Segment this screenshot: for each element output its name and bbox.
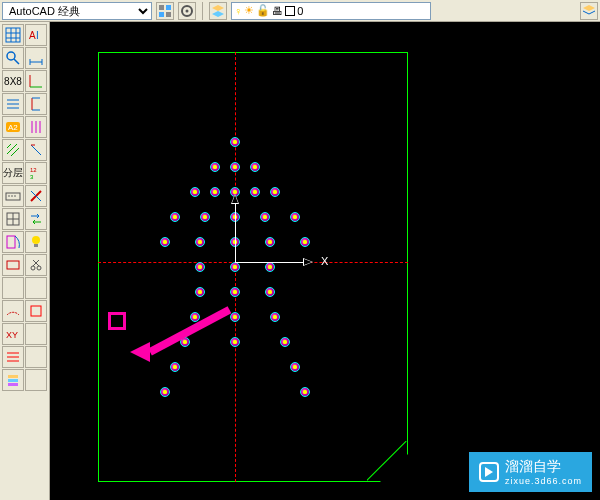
align-icon[interactable]: [25, 93, 47, 115]
swap-icon[interactable]: [25, 208, 47, 230]
dim-linear-icon[interactable]: [25, 47, 47, 69]
blank2-icon[interactable]: [25, 277, 47, 299]
annotation-target: [108, 312, 126, 330]
play-icon: [479, 462, 499, 482]
arc-icon[interactable]: [2, 300, 24, 322]
drawing-point[interactable]: [265, 287, 275, 297]
zoom-icon[interactable]: [2, 47, 24, 69]
drawing-point[interactable]: [280, 337, 290, 347]
svg-text:A: A: [29, 30, 36, 41]
svg-rect-3: [166, 12, 171, 17]
svg-line-32: [7, 144, 17, 154]
drawing-point[interactable]: [290, 212, 300, 222]
columns-icon[interactable]: [25, 116, 47, 138]
drawing-point[interactable]: [210, 187, 220, 197]
drawing-point[interactable]: [230, 312, 240, 322]
drawing-point[interactable]: [250, 187, 260, 197]
color-swatch: [285, 6, 295, 16]
svg-rect-55: [31, 306, 41, 316]
list-icon[interactable]: [2, 93, 24, 115]
drawing-point[interactable]: [230, 287, 240, 297]
workspace-selector[interactable]: AutoCAD 经典: [2, 2, 152, 20]
empty-icon[interactable]: [25, 323, 47, 345]
drawing-point[interactable]: [250, 162, 260, 172]
drawing-point[interactable]: [270, 187, 280, 197]
drawing-viewport[interactable]: X 溜溜自学 zixue.3d66.com: [50, 22, 600, 500]
svg-rect-62: [8, 383, 18, 386]
empty2-icon[interactable]: [25, 346, 47, 368]
drawing-point[interactable]: [270, 312, 280, 322]
drawing-point[interactable]: [160, 237, 170, 247]
drawing-point[interactable]: [230, 262, 240, 272]
drawing-point[interactable]: [230, 162, 240, 172]
grid-8x8-icon[interactable]: 8X8: [2, 70, 24, 92]
drawing-point[interactable]: [300, 387, 310, 397]
door-icon[interactable]: [2, 231, 24, 253]
drawing-point[interactable]: [200, 212, 210, 222]
hatch-icon[interactable]: [2, 139, 24, 161]
svg-point-51: [31, 266, 35, 270]
table-icon[interactable]: [2, 24, 24, 46]
watermark-sub: zixue.3d66.com: [505, 476, 582, 486]
drawing-point[interactable]: [300, 237, 310, 247]
drawing-point[interactable]: [160, 387, 170, 397]
drawing-point[interactable]: [230, 337, 240, 347]
layers-分层-icon[interactable]: 分层: [2, 162, 24, 184]
layer-manager-button[interactable]: [209, 2, 227, 20]
drawing-point[interactable]: [290, 362, 300, 372]
drawing-point[interactable]: [170, 362, 180, 372]
drawing-point[interactable]: [195, 262, 205, 272]
drawing-point[interactable]: [265, 237, 275, 247]
numbers-icon[interactable]: 123: [25, 162, 47, 184]
drawing-point[interactable]: [170, 212, 180, 222]
blank-icon[interactable]: [2, 277, 24, 299]
sun-icon: ☀: [244, 4, 254, 17]
stack-icon[interactable]: [2, 369, 24, 391]
workspace-settings-button[interactable]: [156, 2, 174, 20]
drawing-point[interactable]: [230, 187, 240, 197]
drawing-frame: [98, 52, 408, 482]
drawing-point[interactable]: [260, 212, 270, 222]
drawing-point[interactable]: [210, 162, 220, 172]
text-style-icon[interactable]: AI: [25, 24, 47, 46]
svg-text:12: 12: [30, 167, 37, 173]
xy-icon[interactable]: XY: [2, 323, 24, 345]
dim-style-icon[interactable]: [25, 139, 47, 161]
grid-icon[interactable]: [2, 208, 24, 230]
drawing-point[interactable]: [195, 287, 205, 297]
keyboard-icon[interactable]: [2, 185, 24, 207]
red-rect-icon[interactable]: [25, 300, 47, 322]
redlist-icon[interactable]: [2, 346, 24, 368]
drawing-point[interactable]: [265, 262, 275, 272]
rect-icon[interactable]: [2, 254, 24, 276]
svg-rect-6: [6, 28, 20, 42]
drawing-point[interactable]: [230, 212, 240, 222]
cut-icon[interactable]: [25, 254, 47, 276]
svg-rect-49: [34, 244, 38, 247]
bulb-icon[interactable]: [25, 231, 47, 253]
drawing-point[interactable]: [230, 237, 240, 247]
svg-point-52: [37, 266, 41, 270]
bulb-icon: ♀: [234, 5, 242, 17]
drawing-point[interactable]: [230, 137, 240, 147]
watermark: 溜溜自学 zixue.3d66.com: [469, 452, 592, 492]
toolbar-divider: [202, 2, 203, 20]
svg-line-31: [7, 144, 11, 148]
a2-icon[interactable]: A2: [2, 116, 24, 138]
centerline-horizontal: [98, 262, 408, 263]
slash-icon[interactable]: [25, 185, 47, 207]
layer-selector[interactable]: ♀ ☀ 🔓 🖶 0: [231, 2, 431, 20]
empty3-icon[interactable]: [25, 369, 47, 391]
drawing-point[interactable]: [195, 237, 205, 247]
svg-rect-47: [7, 236, 15, 248]
svg-point-48: [32, 236, 40, 244]
side-toolbar: AI8X8A2分层123XY: [0, 22, 50, 500]
svg-rect-2: [159, 12, 164, 17]
svg-rect-61: [8, 379, 18, 382]
drawing-point[interactable]: [190, 187, 200, 197]
svg-point-40: [11, 195, 13, 197]
svg-text:3: 3: [30, 174, 34, 180]
axis-icon[interactable]: [25, 70, 47, 92]
gear-button[interactable]: [178, 2, 196, 20]
layer-states-button[interactable]: [580, 2, 598, 20]
